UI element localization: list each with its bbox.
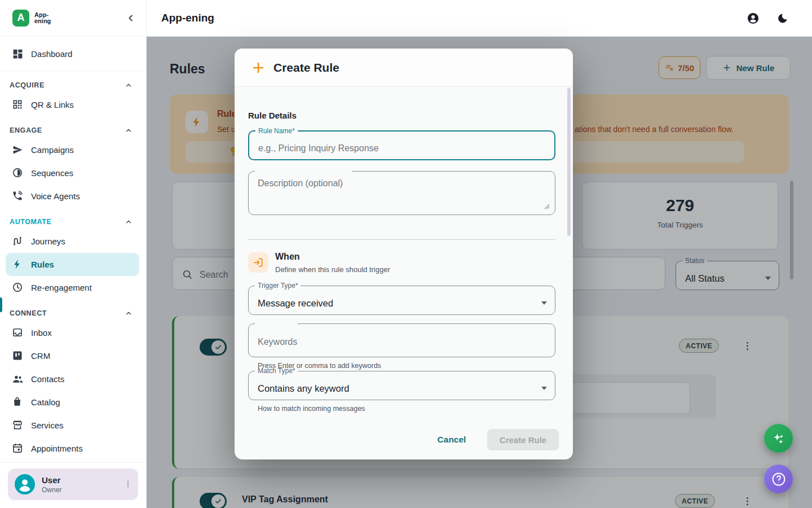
user-avatar xyxy=(15,474,35,494)
create-rule-submit-button[interactable]: Create Rule xyxy=(487,429,559,450)
trigger-type-label: Trigger Type* xyxy=(255,282,301,290)
description-field[interactable] xyxy=(248,171,555,215)
contacts-icon xyxy=(12,373,24,385)
section-label: CONNECT xyxy=(10,309,47,317)
section-label: AUTOMATE xyxy=(10,218,51,226)
chevron-up-icon xyxy=(125,309,133,317)
plus-icon xyxy=(251,61,265,75)
sidebar-item-dashboard[interactable]: Dashboard xyxy=(0,41,146,67)
modal-header: Create Rule xyxy=(235,49,573,87)
rule-details-heading: Rule Details xyxy=(248,111,297,120)
app-logo-icon: A xyxy=(12,10,29,27)
sidebar-item-rules[interactable]: Rules xyxy=(6,253,139,276)
caret-down-icon xyxy=(541,387,547,390)
user-meta: User Owner xyxy=(42,475,61,494)
campaigns-icon xyxy=(12,144,24,156)
resize-handle-icon[interactable] xyxy=(544,204,550,209)
sidebar-item-campaigns[interactable]: Campaigns xyxy=(0,138,146,161)
trigger-type-value: Message received xyxy=(258,292,333,314)
sidebar-item-label: Journeys xyxy=(31,237,65,246)
sidebar-item-label: Appointments xyxy=(31,444,83,453)
when-icon xyxy=(248,252,268,273)
sidebar-section-acquire[interactable]: ACQUIRE xyxy=(0,71,146,93)
app-title: App-ening xyxy=(161,12,214,24)
user-menu-kebab-icon[interactable] xyxy=(123,480,133,489)
sidebar-item-voice-agents[interactable]: Voice Agents xyxy=(0,185,146,208)
user-role: Owner xyxy=(42,486,61,494)
divider xyxy=(248,239,555,240)
caret-down-icon xyxy=(541,301,547,305)
help-icon xyxy=(771,471,787,487)
match-type-helper: How to match incoming messages xyxy=(258,405,365,413)
sidebar-item-label: Contacts xyxy=(31,374,64,384)
sidebar-item-label: Inbox xyxy=(31,328,52,338)
modal-scrollbar[interactable] xyxy=(567,88,571,236)
sidebar-item-catalog[interactable]: Catalog xyxy=(0,391,146,414)
sidebar-item-label: Catalog xyxy=(31,397,60,407)
match-type-label: Match Type* xyxy=(255,367,298,375)
chevron-up-icon xyxy=(125,218,133,226)
dashboard-icon xyxy=(12,48,24,60)
account-icon[interactable] xyxy=(747,12,760,25)
sidebar-item-label: Sequences xyxy=(31,168,73,178)
sidebar-item-label: Dashboard xyxy=(31,49,72,59)
match-type-value: Contains any keyword xyxy=(258,378,349,400)
sidebar-item-label: Rules xyxy=(31,260,54,269)
sidebar-item-appointments[interactable]: Appointments xyxy=(0,437,146,460)
re-engagement-icon xyxy=(12,282,24,294)
sidebar-item-qr-links[interactable]: QR & Links xyxy=(0,93,146,116)
sequences-icon xyxy=(12,167,24,179)
sidebar-section-engage[interactable]: ENGAGE xyxy=(0,116,146,138)
sidebar-item-label: Re-engagement xyxy=(31,283,92,292)
chevron-up-icon xyxy=(125,126,133,134)
help-button[interactable] xyxy=(764,465,793,493)
sidebar-nav: Dashboard ACQUIRE QR & Links ENGAGE xyxy=(0,36,146,462)
cancel-button[interactable]: Cancel xyxy=(433,431,470,448)
logo-line2: ening xyxy=(34,18,51,24)
sidebar-item-label: Services xyxy=(31,421,64,430)
rule-name-input[interactable] xyxy=(258,138,545,159)
ai-assistant-button[interactable] xyxy=(764,424,793,453)
sidebar-section-connect[interactable]: CONNECT xyxy=(0,299,146,321)
rule-name-field[interactable]: Rule Name* xyxy=(248,127,555,160)
topbar-icons xyxy=(747,12,788,25)
sidebar-item-label: CRM xyxy=(31,351,50,361)
trigger-type-select[interactable]: Trigger Type* Message received xyxy=(248,282,555,315)
voice-agents-icon xyxy=(12,190,24,202)
section-label: ACQUIRE xyxy=(10,81,45,89)
sidebar-section-automate[interactable]: AUTOMATE xyxy=(0,208,146,230)
keywords-input[interactable] xyxy=(258,327,546,357)
sidebar-item-inbox[interactable]: Inbox xyxy=(0,321,146,344)
when-subtitle: Define when this rule should trigger xyxy=(275,265,390,274)
keywords-field[interactable] xyxy=(248,323,555,357)
user-card[interactable]: User Owner xyxy=(8,468,138,500)
sidebar-item-crm[interactable]: CRM xyxy=(0,344,146,367)
journeys-icon xyxy=(12,235,24,247)
sidebar-item-re-engagement[interactable]: Re-engagement xyxy=(0,276,146,299)
topbar: App-ening xyxy=(147,0,812,37)
catalog-icon xyxy=(12,396,24,408)
qr-icon xyxy=(12,99,24,111)
sparkles-icon xyxy=(771,431,786,446)
app-screen: A App- ening Dashboard ACQUIRE xyxy=(0,0,812,508)
sidebar-item-label: Voice Agents xyxy=(31,191,80,201)
description-input[interactable] xyxy=(258,178,546,209)
modal-title: Create Rule xyxy=(273,61,339,75)
crm-icon xyxy=(12,350,24,362)
collapse-sidebar-icon[interactable] xyxy=(126,13,136,23)
services-icon xyxy=(12,419,24,431)
sidebar-item-label: QR & Links xyxy=(31,100,74,110)
section-label: ENGAGE xyxy=(10,126,42,134)
appointments-icon xyxy=(12,443,24,454)
sidebar-item-sequences[interactable]: Sequences xyxy=(0,161,146,185)
create-rule-modal: Create Rule Rule Details Rule Name* When… xyxy=(235,49,573,459)
logo-line1: App- xyxy=(34,12,51,18)
sidebar-item-label: Campaigns xyxy=(31,145,74,155)
match-type-select[interactable]: Match Type* Contains any keyword xyxy=(248,367,555,400)
when-title: When xyxy=(275,252,300,262)
sidebar-item-contacts[interactable]: Contacts xyxy=(0,367,146,391)
inbox-icon xyxy=(12,327,24,339)
sidebar-item-services[interactable]: Services xyxy=(0,414,146,437)
moon-icon[interactable] xyxy=(776,12,788,24)
sidebar-item-journeys[interactable]: Journeys xyxy=(0,230,146,253)
